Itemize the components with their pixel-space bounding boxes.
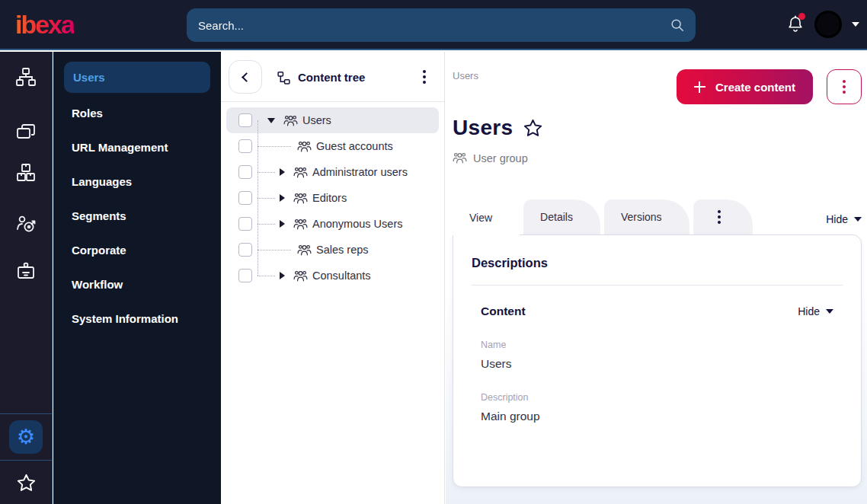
- tree-item-label[interactable]: Sales reps: [316, 244, 369, 256]
- section-divider: [472, 285, 843, 285]
- main-nav-rail: ⚙: [0, 52, 53, 504]
- expand-collapse-icon[interactable]: [280, 168, 285, 176]
- collapse-tree-button[interactable]: [229, 60, 262, 94]
- product-boxes-icon[interactable]: [14, 162, 37, 183]
- field-label: Name: [481, 340, 843, 350]
- expand-collapse-icon[interactable]: [280, 194, 285, 202]
- tree-checkbox[interactable]: [238, 113, 252, 127]
- pages-cards-icon[interactable]: [14, 122, 37, 143]
- field-description: Description Main group: [472, 392, 843, 423]
- field-name: Name Users: [472, 340, 843, 371]
- notifications-bell-icon[interactable]: [786, 14, 805, 34]
- content-tree-icon: [277, 70, 291, 85]
- rail-divider: [0, 460, 52, 461]
- content-sitemap-icon[interactable]: [14, 67, 37, 88]
- tab-details[interactable]: Details: [523, 199, 600, 234]
- unread-notification-dot: [798, 13, 805, 20]
- user-group-icon: [293, 191, 308, 206]
- tree-item-label[interactable]: Consultants: [312, 270, 371, 282]
- search-icon: [670, 18, 685, 33]
- favorite-star-icon[interactable]: [523, 118, 543, 139]
- tree-checkbox[interactable]: [238, 165, 252, 179]
- rail-divider: [0, 413, 52, 414]
- tab-more-kebab-icon[interactable]: [693, 199, 753, 234]
- tab-versions[interactable]: Versions: [604, 199, 689, 234]
- main-content: Users Create content Users User group Vi…: [446, 52, 867, 504]
- tree-checkbox[interactable]: [238, 139, 252, 153]
- tree-item-label[interactable]: Administrator users: [312, 166, 408, 178]
- sidebar-item-roles[interactable]: Roles: [53, 96, 221, 130]
- tree-checkbox[interactable]: [238, 191, 252, 205]
- kebab-icon: [838, 75, 850, 98]
- field-value: Users: [481, 357, 843, 371]
- user-group-icon: [293, 217, 308, 231]
- breadcrumb[interactable]: Users: [453, 70, 478, 81]
- sidebar-item-users[interactable]: Users: [64, 62, 210, 93]
- sidebar-item-url-management[interactable]: URL Management: [53, 130, 221, 164]
- content-tree-title: Content tree: [298, 71, 365, 84]
- hide-content-toggle[interactable]: Hide: [798, 305, 833, 317]
- field-value: Main group: [481, 410, 843, 423]
- tree-checkbox[interactable]: [238, 269, 252, 282]
- user-group-icon: [293, 269, 308, 283]
- ibexa-logo[interactable]: ibexa: [15, 10, 74, 40]
- expand-collapse-icon[interactable]: [267, 118, 275, 123]
- settings-gear-icon[interactable]: ⚙: [9, 420, 43, 454]
- field-label: Description: [481, 392, 843, 403]
- expand-collapse-icon[interactable]: [280, 220, 285, 228]
- user-group-icon: [283, 113, 298, 128]
- content-tree-panel: Content tree Users Guest accounts Admini…: [221, 52, 445, 504]
- plus-icon: [694, 81, 705, 93]
- tab-view[interactable]: View: [453, 199, 520, 235]
- content-actions-kebab-button[interactable]: [827, 69, 862, 104]
- tree-item-label[interactable]: Guest accounts: [316, 140, 393, 152]
- user-group-icon: [297, 243, 312, 257]
- global-search[interactable]: [187, 8, 696, 42]
- personalization-target-icon[interactable]: [14, 213, 37, 234]
- tree-checkbox[interactable]: [238, 217, 252, 231]
- chevron-left-icon: [242, 72, 251, 82]
- caret-down-icon: [854, 217, 862, 222]
- tree-options-kebab-icon[interactable]: [418, 65, 430, 88]
- user-group-icon: [297, 139, 312, 154]
- id-badge-icon[interactable]: [14, 260, 37, 282]
- search-input[interactable]: [187, 19, 670, 32]
- page-title: Users: [453, 116, 513, 140]
- create-content-button[interactable]: Create content: [677, 69, 813, 104]
- top-bar: ibexa: [0, 0, 867, 50]
- user-group-icon: [453, 151, 467, 165]
- bookmark-star-icon[interactable]: [16, 473, 37, 493]
- hide-all-toggle[interactable]: Hide: [826, 213, 862, 225]
- tree-connector-line: [258, 120, 258, 276]
- tree-item-label[interactable]: Users: [302, 114, 331, 126]
- tree-item-label[interactable]: Anonymous Users: [312, 218, 402, 230]
- user-menu-caret-icon[interactable]: [852, 22, 859, 27]
- admin-sidebar: Users Roles URL Management Languages Seg…: [53, 52, 221, 504]
- content-tabs: View Details Versions Hide: [453, 199, 862, 234]
- descriptions-section-title: Descriptions: [472, 256, 843, 270]
- sidebar-item-workflow[interactable]: Workflow: [53, 267, 221, 301]
- sidebar-item-languages[interactable]: Languages: [53, 164, 221, 199]
- tree-checkbox[interactable]: [238, 243, 252, 257]
- tree-item-label[interactable]: Editors: [312, 192, 347, 204]
- content-type-label: User group: [473, 152, 528, 164]
- sidebar-item-corporate[interactable]: Corporate: [53, 233, 221, 267]
- view-tab-panel: Descriptions Content Hide Name Users Des…: [453, 234, 862, 487]
- expand-collapse-icon[interactable]: [280, 272, 285, 279]
- sidebar-item-segments[interactable]: Segments: [53, 199, 221, 233]
- content-group-title: Content: [481, 305, 526, 318]
- sidebar-item-system-information[interactable]: System Information: [53, 301, 221, 336]
- caret-down-icon: [826, 309, 833, 314]
- user-group-icon: [293, 165, 308, 180]
- user-avatar[interactable]: [814, 11, 842, 38]
- content-tree-list: Users Guest accounts Administrator users…: [221, 102, 444, 294]
